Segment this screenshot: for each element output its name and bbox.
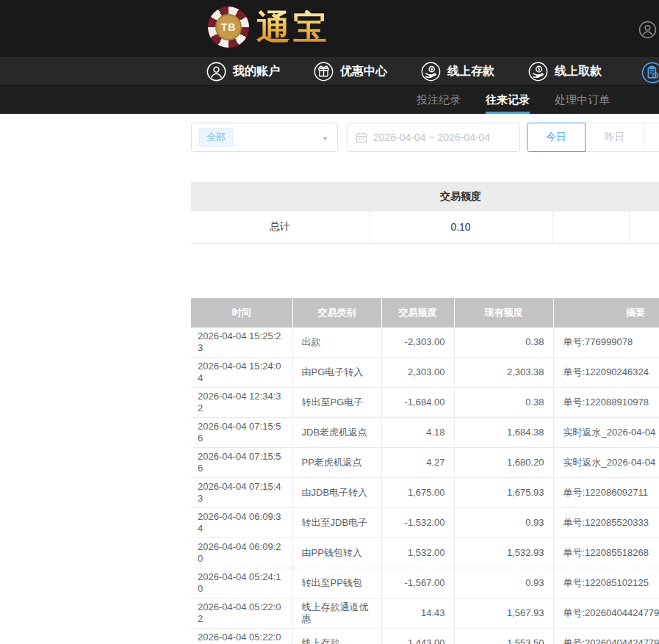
cell-balance: 0.93 xyxy=(454,568,553,598)
cell-amount: -1,684.00 xyxy=(381,387,454,417)
nav-item-my-account[interactable]: 我的账户 xyxy=(206,62,280,82)
cell-time: 2026-04-04 05:22:02 xyxy=(191,598,292,628)
yesterday-button[interactable]: 昨日 xyxy=(586,123,644,152)
category-select[interactable]: 全部 ▼ xyxy=(191,123,338,152)
nav-label: 线上存款 xyxy=(447,64,494,79)
cell-balance: 1,553.50 xyxy=(454,628,553,644)
cell-amount: 1,532.00 xyxy=(381,538,454,568)
table-row: 2026-04-04 05:22:02 线上存款 1,443.00 1,553.… xyxy=(191,628,659,644)
calendar-icon xyxy=(356,131,367,143)
col-header-balance: 现有额度 xyxy=(454,298,553,328)
tab-pending-orders[interactable]: 处理中订单 xyxy=(555,86,610,114)
cell-time: 2026-04-04 12:34:32 xyxy=(191,387,292,417)
cell-summary: 单号:202604044247797 xyxy=(553,598,659,628)
table-row: 2026-04-04 07:15:56 PP老虎机返点 4.27 1,680.2… xyxy=(191,447,659,477)
cell-balance: 0.38 xyxy=(454,387,553,417)
date-range-input[interactable]: 2026-04-04 ~ 2026-04-04 xyxy=(347,123,520,152)
cell-type: 线上存款通道优惠 xyxy=(292,598,381,628)
nav-label: 线上取款 xyxy=(555,64,602,79)
cell-summary: 单号:776999078 xyxy=(553,328,659,358)
cell-summary: 单号:122088910978 xyxy=(553,387,659,417)
chip-monogram: TB xyxy=(215,14,242,40)
cell-time: 2026-04-04 07:15:56 xyxy=(191,447,292,477)
summary-header-blank xyxy=(191,182,369,211)
cell-balance: 1,532.93 xyxy=(454,538,553,568)
table-row: 2026-04-04 15:24:04 由PG电子转入 2,303.00 2,3… xyxy=(191,357,659,387)
cell-balance: 1,567.93 xyxy=(454,598,553,628)
cell-type: 转出至PP钱包 xyxy=(292,568,381,598)
col-header-amount: 交易额度 xyxy=(381,298,454,328)
nav-item-online-withdrawal[interactable]: 线上取款 xyxy=(528,62,602,82)
site-header: TB 通宝 xyxy=(0,0,659,57)
transaction-records-icon[interactable] xyxy=(641,62,659,84)
records-header-row: 时间 交易类别 交易额度 现有额度 摘要 xyxy=(191,298,659,328)
cell-amount: 14.43 xyxy=(381,598,454,628)
summary-header-blank xyxy=(552,182,629,211)
nav-label: 优惠中心 xyxy=(340,64,387,79)
cell-type: 线上存款 xyxy=(292,628,381,644)
today-button[interactable]: 今日 xyxy=(527,123,586,152)
tab-betting-records[interactable]: 投注纪录 xyxy=(417,86,461,114)
poker-chip-icon: TB xyxy=(208,7,249,48)
brand-logo[interactable]: TB 通宝 xyxy=(208,7,330,48)
records-table: 时间 交易类别 交易额度 现有额度 摘要 2026-04-04 15:25:23… xyxy=(191,298,659,644)
cell-type: JDB老虎机返点 xyxy=(292,417,381,447)
cell-summary: 单号:122090246324 xyxy=(553,357,659,387)
cell-amount: -1,532.00 xyxy=(381,507,454,538)
summary-total-value: 0.10 xyxy=(369,211,552,243)
cell-type: 出款 xyxy=(292,328,381,358)
summary-table: 交易额度 总计 0.10 xyxy=(191,182,659,244)
cell-time: 2026-04-04 15:25:23 xyxy=(191,328,292,358)
col-header-type: 交易类别 xyxy=(292,298,381,328)
last7days-button[interactable]: 近7日 xyxy=(644,123,659,152)
summary-header-row: 交易额度 xyxy=(191,182,659,211)
gift-icon xyxy=(314,62,334,82)
cell-amount: 4.18 xyxy=(381,417,454,447)
col-header-summary: 摘要 xyxy=(553,298,659,328)
category-tag[interactable]: 全部 xyxy=(199,128,233,147)
summary-total-row: 总计 0.10 xyxy=(191,211,659,243)
withdraw-icon xyxy=(528,62,548,82)
cell-balance: 1,680.20 xyxy=(454,447,553,477)
cell-time: 2026-04-04 06:09:34 xyxy=(191,507,292,538)
cell-summary: 实时返水_2026-04-04 xyxy=(553,417,659,447)
deposit-icon xyxy=(421,62,441,82)
cell-summary: 单号:122085102125 xyxy=(553,568,659,598)
cell-time: 2026-04-04 05:22:02 xyxy=(191,628,292,644)
record-tabs: 投注纪录 往来记录 处理中订单 xyxy=(0,86,659,114)
cell-type: 转出至JDB电子 xyxy=(292,507,381,538)
table-row: 2026-04-04 05:24:10 转出至PP钱包 -1,567.00 0.… xyxy=(191,568,659,598)
nav-item-online-deposit[interactable]: 线上存款 xyxy=(421,62,494,82)
cell-time: 2026-04-04 15:24:04 xyxy=(191,357,292,387)
filter-row: 全部 ▼ 2026-04-04 ~ 2026-04-04 今日 昨日 近7日 xyxy=(191,123,659,152)
content-area: 全部 ▼ 2026-04-04 ~ 2026-04-04 今日 昨日 近7日 交… xyxy=(191,123,659,644)
cell-time: 2026-04-04 06:09:20 xyxy=(191,538,292,568)
tab-transaction-records[interactable]: 往来记录 xyxy=(486,86,530,114)
cell-type: 由PP钱包转入 xyxy=(292,538,381,568)
cell-type: 转出至PG电子 xyxy=(292,387,381,417)
cell-summary: 单号:122086092711 xyxy=(553,477,659,507)
cell-time: 2026-04-04 07:15:43 xyxy=(191,477,292,507)
nav-label: 我的账户 xyxy=(233,64,280,79)
cell-summary: 实时返水_2026-04-04 xyxy=(553,447,659,477)
cell-time: 2026-04-04 07:15:56 xyxy=(191,417,292,447)
col-header-time: 时间 xyxy=(191,298,292,328)
cell-amount: -2,303.00 xyxy=(381,328,454,358)
quick-date-buttons: 今日 昨日 近7日 xyxy=(527,123,659,152)
cell-summary: 单号:202604044247797 xyxy=(553,628,659,644)
cell-amount: 4.27 xyxy=(381,447,454,477)
user-icon xyxy=(206,62,226,82)
summary-header-amount: 交易额度 xyxy=(369,182,552,211)
table-row: 2026-04-04 06:09:20 由PP钱包转入 1,532.00 1,5… xyxy=(191,538,659,568)
table-row: 2026-04-04 07:15:43 由JDB电子转入 1,675.00 1,… xyxy=(191,477,659,507)
main-navbar: 我的账户 优惠中心 线上存款 线上取款 xyxy=(0,57,659,86)
chevron-down-icon: ▼ xyxy=(322,135,328,142)
nav-item-promotions[interactable]: 优惠中心 xyxy=(314,62,387,82)
table-row: 2026-04-04 06:09:34 转出至JDB电子 -1,532.00 0… xyxy=(191,507,659,538)
cell-summary: 单号:122085518268 xyxy=(553,538,659,568)
cell-type: PP老虎机返点 xyxy=(292,447,381,477)
brand-name: 通宝 xyxy=(256,10,330,44)
cell-time: 2026-04-04 05:24:10 xyxy=(191,568,292,598)
date-range-value: 2026-04-04 ~ 2026-04-04 xyxy=(373,131,490,143)
account-icon[interactable] xyxy=(638,21,657,39)
